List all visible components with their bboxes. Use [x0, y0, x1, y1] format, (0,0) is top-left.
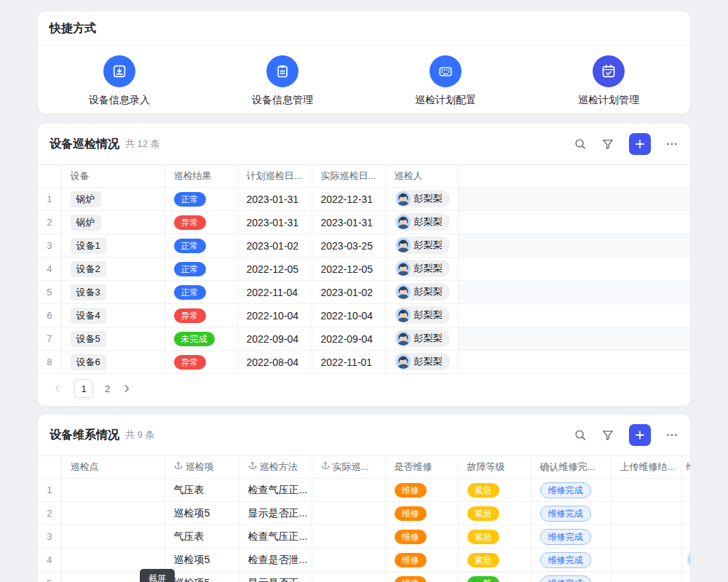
table-cell[interactable]: 紧急	[458, 549, 531, 572]
table-cell[interactable]: 异常	[165, 211, 237, 234]
table-cell[interactable]: 设备5	[61, 327, 165, 351]
table-cell[interactable]	[312, 572, 385, 582]
table-cell[interactable]	[61, 525, 165, 549]
table-cell[interactable]: 维修	[385, 549, 458, 572]
table-cell[interactable]: 2023-01-31	[312, 211, 385, 234]
table-cell[interactable]: 设备3	[61, 281, 165, 304]
column-header[interactable]: 计划巡检日...	[237, 165, 312, 188]
table-cell[interactable]: 气压表	[165, 525, 239, 549]
page-button-2[interactable]: 2	[105, 383, 110, 394]
column-header[interactable]: 维...	[681, 456, 690, 479]
table-cell[interactable]: 维修	[385, 479, 458, 502]
table-row[interactable]: 2巡检项5显示是否正...维修紧急维修完成	[38, 502, 690, 525]
table-cell[interactable]: 维修	[385, 502, 458, 525]
column-header[interactable]: 是否维修	[385, 456, 458, 479]
table-row[interactable]: 5设备3正常2022-11-042023-01-02彭梨梨	[38, 281, 690, 304]
table-cell[interactable]	[681, 502, 690, 525]
table-row[interactable]: 6设备4异常2022-10-042022-10-04彭梨梨	[38, 304, 690, 327]
table-cell[interactable]: 锅炉	[61, 188, 165, 211]
table-cell[interactable]: 2023-03-25	[312, 234, 385, 258]
table-cell[interactable]: 2022-12-05	[237, 258, 312, 281]
shortcut-plan-config[interactable]: 巡检计划配置	[364, 55, 527, 107]
table-cell[interactable]: 2023-01-02	[237, 234, 312, 258]
table-row[interactable]: 4巡检项5检查是否泄...维修紧急维修完成	[38, 549, 690, 572]
table-cell[interactable]	[611, 525, 681, 549]
table-cell[interactable]: 异常	[165, 351, 237, 374]
table-cell[interactable]: 显示是否正...	[239, 572, 312, 582]
table-cell[interactable]: 维修	[385, 525, 458, 549]
column-header[interactable]: 巡检点	[61, 456, 165, 479]
table-cell[interactable]: 设备2	[61, 258, 165, 281]
table-cell[interactable]: 正常	[165, 234, 237, 258]
filter-icon[interactable]	[601, 428, 614, 442]
table-cell[interactable]	[681, 479, 690, 502]
table-cell[interactable]: 设备4	[61, 304, 165, 327]
table-row[interactable]: 4设备2正常2022-12-052022-12-05彭梨梨	[38, 258, 690, 281]
column-header[interactable]: 上传维修结...	[611, 456, 681, 479]
table-cell[interactable]: 设备1	[61, 234, 165, 258]
table-cell[interactable]: 2022-11-01	[312, 351, 385, 374]
table-row[interactable]: 8设备6异常2022-08-042022-11-01彭梨梨	[38, 351, 690, 374]
table-cell[interactable]	[61, 549, 165, 572]
table-cell[interactable]	[611, 549, 681, 572]
table-cell[interactable]: 彭梨梨	[385, 327, 458, 351]
table-cell[interactable]: 彭梨梨	[385, 188, 458, 211]
table-cell[interactable]: 巡检项5	[165, 572, 239, 582]
table-cell[interactable]	[611, 502, 681, 525]
table-cell[interactable]	[611, 572, 681, 582]
add-record-button[interactable]	[629, 133, 651, 155]
table-cell[interactable]	[681, 549, 690, 572]
table-cell[interactable]: 2023-01-31	[237, 211, 312, 234]
table-cell[interactable]	[312, 479, 385, 502]
table-cell[interactable]: 维修完成	[531, 502, 611, 525]
table-cell[interactable]: 2022-10-04	[312, 304, 385, 327]
next-page-button[interactable]	[122, 383, 132, 394]
table-cell[interactable]: 彭梨梨	[385, 258, 458, 281]
table-row[interactable]: 3气压表检查气压正...维修紧急维修完成	[38, 525, 690, 549]
table-cell[interactable]: 2023-01-02	[312, 281, 385, 304]
shortcut-plan-manage[interactable]: 巡检计划管理	[527, 55, 690, 107]
table-cell[interactable]: 显示是否正...	[239, 502, 312, 525]
table-cell[interactable]: 正常	[165, 281, 237, 304]
table-cell[interactable]	[312, 525, 385, 549]
column-header[interactable]: 巡检结果	[165, 165, 237, 188]
table-row[interactable]: 1气压表检查气压正...维修紧急维修完成	[38, 479, 690, 502]
table-cell[interactable]: 紧急	[458, 502, 531, 525]
more-icon[interactable]	[665, 137, 678, 151]
table-cell[interactable]: 维修完成	[531, 479, 611, 502]
table-row[interactable]: 2锅炉异常2023-01-312023-01-31彭梨梨	[38, 211, 690, 234]
table-cell[interactable]: 异常	[165, 304, 237, 327]
column-header[interactable]: 巡检方法	[239, 456, 312, 479]
prev-page-button[interactable]	[52, 383, 63, 394]
table-cell[interactable]	[312, 549, 385, 572]
table-cell[interactable]	[681, 572, 690, 582]
table-cell[interactable]: 巡检项5	[165, 502, 239, 525]
shortcut-device-entry[interactable]: 设备信息录入	[38, 55, 201, 107]
table-cell[interactable]: 正常	[165, 258, 237, 281]
table-cell[interactable]: 2022-08-04	[237, 351, 312, 374]
table-cell[interactable]	[681, 525, 690, 549]
table-cell[interactable]: 正常	[165, 188, 237, 211]
add-record-button[interactable]	[629, 424, 651, 446]
table-cell[interactable]: 彭梨梨	[385, 351, 458, 374]
table-cell[interactable]: 2022-12-05	[312, 258, 385, 281]
table-cell[interactable]: 维修完成	[531, 525, 611, 549]
table-cell[interactable]: 紧急	[458, 479, 531, 502]
table-cell[interactable]: 检查是否泄...	[239, 549, 312, 572]
column-header[interactable]: 实际巡...	[312, 456, 385, 479]
table-cell[interactable]: 设备6	[61, 351, 165, 374]
search-icon[interactable]	[574, 428, 587, 442]
table-cell[interactable]: 彭梨梨	[385, 281, 458, 304]
table-cell[interactable]: 彭梨梨	[385, 304, 458, 327]
table-cell[interactable]: 2022-12-31	[312, 188, 385, 211]
search-icon[interactable]	[574, 137, 587, 151]
table-cell[interactable]: 紧急	[458, 525, 531, 549]
table-cell[interactable]: 彭梨梨	[385, 211, 458, 234]
column-header[interactable]: 巡检项	[165, 456, 239, 479]
table-cell[interactable]	[611, 479, 681, 502]
table-cell[interactable]: 2023-01-31	[237, 188, 312, 211]
column-header[interactable]: 故障等级	[458, 456, 531, 479]
table-row[interactable]: 7设备5未完成2022-09-042022-09-04彭梨梨	[38, 327, 690, 351]
table-cell[interactable]	[61, 502, 165, 525]
table-cell[interactable]: 巡检项5	[165, 549, 239, 572]
